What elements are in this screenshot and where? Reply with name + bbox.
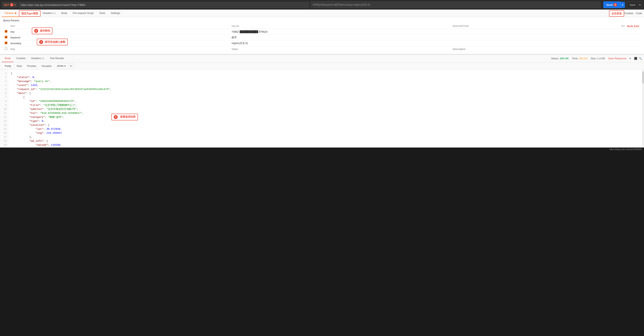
row4-desc-input[interactable]: [452, 48, 608, 51]
row3-value-input[interactable]: [232, 42, 450, 45]
response-tab-test-results[interactable]: Test Results: [47, 55, 67, 62]
more-icon[interactable]: •••: [621, 24, 625, 28]
row2-key-input[interactable]: [10, 36, 228, 39]
bottom-url: https://blog.csdn.net/u012039040: [609, 148, 642, 150]
row3-checkbox[interactable]: [5, 42, 7, 44]
row1-checkbox[interactable]: [5, 30, 7, 33]
format-tab-pretty[interactable]: Pretty: [2, 64, 14, 68]
tab-headers[interactable]: Headers (6): [40, 10, 58, 17]
format-tab-raw[interactable]: Raw: [15, 64, 24, 68]
row1-key-input[interactable]: [10, 30, 228, 33]
row2-desc-input[interactable]: [452, 36, 608, 39]
format-bar: Pretty Raw Preview Visualize JSON ▾ ⇌: [0, 62, 644, 70]
response-tabs-bar: Body Cookies Headers (6) Test Results St…: [0, 55, 644, 62]
line-numbers: 1 2 3 4 5 6 7 8 9 10 11 12 13 14 15 16 1…: [0, 70, 8, 147]
response-tab-body[interactable]: Body: [2, 55, 14, 62]
tab-tests[interactable]: Tests: [96, 10, 108, 17]
tab-code[interactable]: Code: [636, 12, 642, 15]
method-badge: 1: [10, 3, 14, 7]
tab-body[interactable]: Body: [59, 10, 70, 17]
size-label: Size:: [591, 57, 596, 60]
table-row: [3, 29, 641, 35]
table-row: [3, 40, 641, 46]
method-selector[interactable]: GET 1 ▾: [2, 2, 18, 8]
bottom-bar: https://blog.csdn.net/u012039040: [0, 147, 644, 151]
method-label: GET: [4, 4, 9, 6]
table-row: [3, 46, 641, 52]
format-tab-preview[interactable]: Preview: [25, 64, 38, 68]
time-label: Time:: [572, 57, 578, 60]
url-input[interactable]: [19, 2, 309, 8]
search-icon[interactable]: 🔍: [639, 57, 642, 60]
send-button[interactable]: Send 4: [603, 2, 620, 8]
save-button[interactable]: Save: [627, 2, 638, 8]
save-dropdown-button[interactable]: ▾: [638, 2, 642, 8]
tab-pre-request[interactable]: Pre-request Script: [70, 10, 96, 17]
send-label: Send: [606, 4, 613, 6]
scrollbar-thumb: [642, 71, 644, 83]
params-table: KEY VALUE DESCRIPTION ••• Bulk Edit: [3, 24, 641, 52]
url-suffix: -EFBQX&keyword=超市&boundary=region(北京,0): [310, 2, 600, 8]
query-params-title: Query Params: [3, 19, 641, 22]
wrap-icon[interactable]: ⇌: [69, 64, 74, 68]
save-response-button[interactable]: Save Response: [608, 57, 626, 60]
tab-params[interactable]: Params: [2, 10, 19, 17]
copy-icon[interactable]: ⬛: [634, 57, 637, 60]
value-column-header: VALUE: [230, 24, 451, 29]
bulk-edit-button[interactable]: Bulk Edit: [627, 25, 639, 28]
send-dropdown-button[interactable]: ▾: [620, 2, 625, 8]
response-scrollbar[interactable]: [642, 70, 644, 147]
tab-authorization[interactable]: Authorization: [19, 10, 40, 17]
send-badge: 4: [614, 3, 617, 7]
row2-value-input[interactable]: [232, 36, 450, 39]
row4-checkbox[interactable]: [5, 47, 7, 50]
json-format-selector[interactable]: JSON ▾: [55, 64, 68, 68]
json-label: JSON: [57, 65, 64, 68]
response-tab-cookies[interactable]: Cookies: [14, 55, 28, 62]
row2-checkbox[interactable]: [5, 36, 7, 38]
row3-desc-input[interactable]: [452, 42, 608, 45]
tab-settings[interactable]: Settings: [108, 10, 123, 17]
status-value: 200 OK: [560, 57, 569, 60]
size-value: 1.4 KB: [597, 57, 605, 60]
code-view: 1 2 3 4 5 6 7 8 9 10 11 12 13 14 15 16 1…: [0, 70, 644, 147]
tab-cookies[interactable]: Cookies: [624, 12, 634, 15]
status-label: Status:: [551, 57, 559, 60]
format-tab-visualize[interactable]: Visualize: [39, 64, 54, 68]
json-code-content: { "status": 0, "message": "query ok", "c…: [8, 70, 642, 147]
table-row: [3, 35, 641, 40]
save-response-dropdown[interactable]: ▾: [630, 57, 631, 60]
row4-key-input[interactable]: [10, 48, 228, 51]
row3-key-input[interactable]: [10, 42, 228, 45]
method-dropdown-icon: ▾: [14, 4, 16, 6]
time-value: 225 ms: [579, 57, 588, 60]
row4-value-input[interactable]: [232, 48, 450, 51]
request-tabs-bar: Params Authorization Headers (6) Body Pr…: [0, 10, 644, 17]
key-column-header: KEY: [10, 25, 15, 27]
row1-desc-input[interactable]: [452, 30, 608, 33]
response-tab-headers[interactable]: Headers (6): [28, 55, 47, 62]
json-dropdown-icon: ▾: [64, 65, 66, 68]
description-column-header: DESCRIPTION: [451, 24, 609, 29]
row1-value-input[interactable]: [232, 30, 450, 33]
